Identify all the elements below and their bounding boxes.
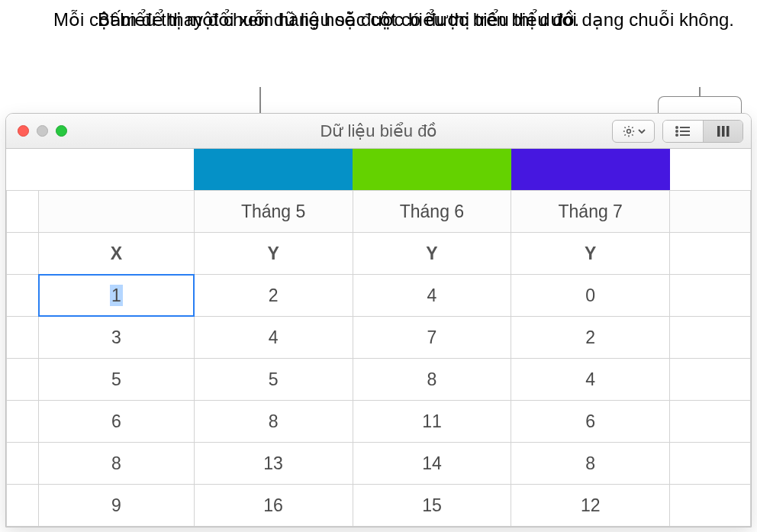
- table-row: 8 13 14 8: [7, 443, 751, 485]
- series-name-extra[interactable]: [670, 191, 751, 233]
- table-row: 5 5 8 4: [7, 359, 751, 401]
- series-color-row: [6, 149, 751, 190]
- cell-y-4-2[interactable]: 8: [511, 443, 670, 485]
- cell-x-0[interactable]: 1: [39, 275, 195, 317]
- cell-y-3-0[interactable]: 8: [194, 401, 353, 443]
- cell-extra[interactable]: [670, 359, 751, 401]
- cell-extra[interactable]: [670, 317, 751, 359]
- row-stub: [7, 401, 39, 443]
- series-name-3[interactable]: Tháng 7: [511, 191, 670, 233]
- plot-columns-button[interactable]: [703, 121, 743, 142]
- axis-label-row: X Y Y Y: [7, 233, 751, 275]
- svg-point-0: [627, 129, 630, 133]
- series-name-row: Tháng 5 Tháng 6 Tháng 7: [7, 191, 751, 233]
- table-row: 6 8 11 6: [7, 401, 751, 443]
- svg-rect-9: [726, 126, 730, 137]
- cell-y-1-1[interactable]: 7: [353, 317, 511, 359]
- svg-point-3: [675, 134, 678, 137]
- series-name-2[interactable]: Tháng 6: [353, 191, 511, 233]
- row-stub: [7, 443, 39, 485]
- row-stub: [7, 317, 39, 359]
- cell-y-3-2[interactable]: 6: [511, 401, 670, 443]
- cell-x-4[interactable]: 8: [39, 443, 195, 485]
- cell-y-2-2[interactable]: 4: [511, 359, 670, 401]
- chart-data-window: Dữ liệu biểu đồ: [5, 113, 752, 527]
- cell-y-3-1[interactable]: 11: [353, 401, 511, 443]
- cell-y-1-2[interactable]: 2: [511, 317, 670, 359]
- series-name-blank[interactable]: [39, 191, 195, 233]
- cell-y-2-1[interactable]: 8: [353, 359, 511, 401]
- cell-x-1[interactable]: 3: [39, 317, 195, 359]
- gear-icon: [622, 124, 636, 138]
- axis-label-extra[interactable]: [670, 233, 751, 275]
- color-row-extra: [670, 149, 751, 190]
- axis-label-x[interactable]: X: [39, 233, 195, 275]
- cell-x-5[interactable]: 9: [39, 485, 195, 527]
- color-row-stub: [6, 149, 194, 190]
- cell-y-5-1[interactable]: 15: [353, 485, 511, 527]
- row-stub: [7, 485, 39, 527]
- callout-bracket-right: [658, 96, 742, 114]
- cell-y-5-0[interactable]: 16: [194, 485, 353, 527]
- rows-icon: [675, 125, 691, 137]
- series-name-1[interactable]: Tháng 5: [194, 191, 353, 233]
- cell-y-4-0[interactable]: 13: [194, 443, 353, 485]
- cell-y-0-2[interactable]: 0: [511, 275, 670, 317]
- svg-point-2: [675, 130, 678, 133]
- cell-y-2-0[interactable]: 5: [194, 359, 353, 401]
- table-row: 3 4 7 2: [7, 317, 751, 359]
- cell-y-0-0[interactable]: 2: [194, 275, 353, 317]
- row-stub: [7, 191, 39, 233]
- svg-rect-7: [717, 126, 720, 137]
- table-row: 9 16 15 12: [7, 485, 751, 527]
- axis-label-y2[interactable]: Y: [353, 233, 511, 275]
- cell-value: 1: [110, 285, 123, 306]
- svg-rect-8: [722, 126, 725, 137]
- series-color-1[interactable]: [194, 149, 353, 190]
- cell-y-1-0[interactable]: 4: [194, 317, 353, 359]
- cell-x-3[interactable]: 6: [39, 401, 195, 443]
- row-stub: [7, 359, 39, 401]
- columns-icon: [715, 124, 732, 138]
- series-color-3[interactable]: [511, 149, 670, 190]
- cell-extra[interactable]: [670, 275, 751, 317]
- axis-label-y1[interactable]: Y: [194, 233, 353, 275]
- settings-menu-button[interactable]: [612, 120, 655, 143]
- axis-label-y3[interactable]: Y: [511, 233, 670, 275]
- data-table: Tháng 5 Tháng 6 Tháng 7 X Y Y Y 1 2 4 0: [6, 190, 751, 527]
- window-titlebar: Dữ liệu biểu đồ: [6, 114, 751, 149]
- cell-extra[interactable]: [670, 485, 751, 527]
- data-grid: Tháng 5 Tháng 6 Tháng 7 X Y Y Y 1 2 4 0: [6, 149, 751, 527]
- plot-rows-button[interactable]: [663, 121, 703, 142]
- chevron-down-icon: [638, 127, 646, 135]
- svg-rect-5: [680, 131, 690, 132]
- cell-extra[interactable]: [670, 443, 751, 485]
- row-stub: [7, 275, 39, 317]
- cell-y-5-2[interactable]: 12: [511, 485, 670, 527]
- table-row: 1 2 4 0: [7, 275, 751, 317]
- series-orientation-segmented: [662, 120, 743, 143]
- cell-extra[interactable]: [670, 401, 751, 443]
- cell-x-2[interactable]: 5: [39, 359, 195, 401]
- callout-row-column-toggle: Bấm để thay đổi xem hàng hoặc cột có đượ…: [98, 8, 734, 32]
- cell-y-4-1[interactable]: 14: [353, 443, 511, 485]
- svg-point-1: [675, 126, 678, 129]
- svg-rect-4: [680, 127, 690, 128]
- toolbar-controls: [612, 120, 743, 143]
- svg-rect-6: [680, 134, 690, 136]
- cell-y-0-1[interactable]: 4: [353, 275, 511, 317]
- row-stub: [7, 233, 39, 275]
- series-color-2[interactable]: [353, 149, 511, 190]
- callout-line-right: [699, 87, 701, 96]
